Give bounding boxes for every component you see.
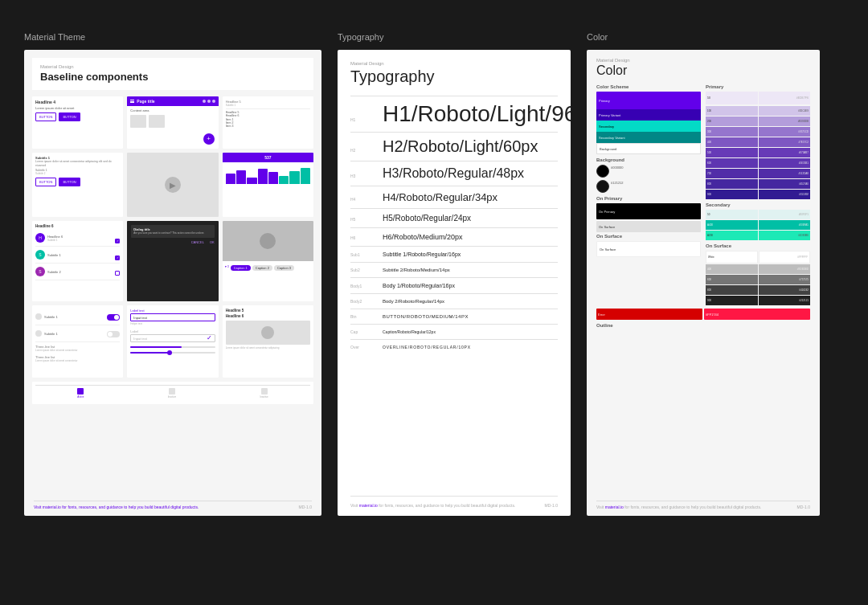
background-section-title: Background	[596, 157, 701, 162]
bottom-nav-section: Active Inactive Inactive	[32, 382, 313, 404]
typo-text-h3: H3/Roboto/Regular/48px	[383, 166, 524, 181]
typo-label-over: Over	[350, 345, 375, 350]
primary-title: Primary	[706, 84, 810, 89]
typo-text-h1: H1/Roboto/Light/96px	[383, 101, 571, 127]
typo-main-title: Typography	[350, 67, 558, 86]
mini-card-switches: Subtitle 1 Subtitle 1 Three-line list Lo…	[32, 305, 123, 378]
typo-footer-link[interactable]: Visit material.io for fonts, resources, …	[350, 503, 515, 508]
typo-footer: Visit material.io for fonts, resources, …	[350, 496, 558, 508]
typo-label-sub2: Sub2	[350, 268, 375, 272]
secondary-title: Secondary	[706, 202, 810, 207]
color-label: Color	[587, 32, 820, 42]
color-brand: Material Design	[596, 58, 810, 63]
typo-label-h2: H2	[350, 148, 375, 153]
typo-row-body2: Body2 Body 2/Roboto/Regular/14px	[350, 299, 558, 304]
typo-row-body1: Body1 Body 1/Roboto/Regular/16px	[350, 283, 558, 288]
typo-text-sub1: Subtitle 1/Roboto/Regular/16px	[383, 251, 461, 257]
mini-card-input: Label text Input text Helper text Label …	[127, 305, 218, 378]
outline-section: Outline	[596, 323, 810, 328]
typo-row-over: Over OVERLINE/Roboto/Regular/10px	[350, 345, 558, 350]
mini-card-image: ▶	[127, 153, 218, 217]
on-surface-label: On Surface	[596, 234, 701, 239]
typo-label-body2: Body2	[350, 299, 375, 304]
outline-title: Outline	[596, 323, 810, 328]
mini-card-2: Page title Content area	[127, 96, 218, 149]
typo-footer-version: MD-1.0	[545, 503, 558, 508]
mini-card-3: Headline 5 Subtitle 1 Headline 5 Headlin…	[223, 96, 313, 149]
typo-label-btn: Btn	[350, 314, 375, 319]
typo-text-sub2: Subtitle 2/Roboto/Medium/14px	[383, 268, 450, 272]
color-footer-link[interactable]: Visit material.io for fonts, resources, …	[596, 505, 761, 509]
color-footer: Visit material.io for fonts, resources, …	[596, 501, 810, 509]
typo-row-caption: Cap Caption/Roboto/Regular/12px	[350, 329, 558, 334]
typo-row-sub2: Sub2 Subtitle 2/Roboto/Medium/14px	[350, 268, 558, 272]
typo-text-body2: Body 2/Roboto/Regular/14px	[383, 299, 444, 304]
material-footer-link[interactable]: Visit material.io for fonts, resources, …	[34, 505, 199, 509]
typo-brand: Material Design	[350, 61, 558, 66]
typography-panel: Typography Material Design Typography H1…	[338, 32, 571, 516]
material-footer: Visit material.io for fonts, resources, …	[34, 501, 312, 509]
mini-card-1: Headline 4 Lorem ipsum dolor sit amet BU…	[32, 96, 123, 149]
material-header: Material Design Baseline components	[32, 58, 313, 90]
color-panel: Color Material Design Color Color Scheme…	[587, 32, 820, 516]
typo-text-h2: H2/Roboto/Light/60px	[383, 137, 538, 156]
material-footer-version: MD-1.0	[299, 505, 312, 509]
color-scheme-section: Color Scheme Primary Primary Variant Sec…	[596, 84, 701, 305]
material-brand: Material Design	[40, 64, 305, 69]
mini-card-list: Headline 6 H Headline 6 Subtitle 1 S	[32, 221, 123, 301]
typo-label-sub1: Sub1	[350, 252, 375, 257]
mini-card-image2: ♥ 3 Caption 1 Caption 2 Caption 3	[223, 221, 313, 301]
mini-card-content: Subtitle 1 Lorem ipsum dolor sit amet co…	[32, 153, 123, 217]
color-main-title: Color	[596, 63, 810, 78]
on-surface-title2: On Surface	[706, 243, 810, 248]
material-theme-label: Material Theme	[24, 32, 321, 42]
typo-label-h3: H3	[350, 174, 375, 178]
typo-label-caption: Cap	[350, 329, 375, 334]
components-grid-top: Headline 4 Lorem ipsum dolor sit amet BU…	[32, 96, 313, 149]
typo-row-h4: H4 H4/Roboto/Regular/34px	[350, 191, 558, 203]
typo-row-h3: H3 H3/Roboto/Regular/48px	[350, 166, 558, 181]
typo-text-btn: BUTTON/Roboto/Medium/14px	[383, 314, 469, 319]
material-theme-panel: Material Theme Material Design Baseline …	[24, 32, 321, 516]
typography-card: Material Design Typography H1 H1/Roboto/…	[338, 50, 571, 516]
typo-text-caption: Caption/Roboto/Regular/12px	[383, 329, 436, 334]
material-title: Baseline components	[40, 71, 148, 83]
typo-row-sub1: Sub1 Subtitle 1/Roboto/Regular/16px	[350, 251, 558, 257]
typography-label: Typography	[338, 32, 571, 42]
color-card: Material Design Color Color Scheme Prima…	[587, 50, 820, 516]
on-primary-label: On Primary	[596, 196, 701, 201]
typo-label-h5: H5	[350, 217, 375, 222]
typo-text-h6: H6/Roboto/Medium/20px	[383, 233, 463, 241]
typo-row-h6: H6 H6/Roboto/Medium/20px	[350, 233, 558, 241]
material-theme-card: Material Design Baseline components Head…	[24, 50, 321, 516]
mini-card-headline: Headline 5 Headline 6 Lorem ipsum dolor …	[223, 305, 313, 378]
typo-label-h6: H6	[350, 235, 375, 240]
color-footer-version: MD-1.0	[797, 505, 810, 509]
primary-section: Primary 50 #EDE7F6 100 #D1C4E9	[706, 84, 810, 305]
main-container: Material Theme Material Design Baseline …	[0, 0, 868, 605]
typo-text-h5: H5/Roboto/Regular/24px	[383, 214, 471, 223]
typo-text-over: OVERLINE/Roboto/Regular/10px	[383, 345, 471, 350]
typo-label-h1: H1	[350, 117, 375, 122]
mini-card-dialog: Dialog title Are you sure you want to co…	[127, 221, 218, 301]
typo-label-h4: H4	[350, 197, 375, 202]
typo-row-h5: H5 H5/Roboto/Regular/24px	[350, 214, 558, 223]
typo-row-btn: Btn BUTTON/Roboto/Medium/14px	[350, 314, 558, 319]
color-top-sections: Color Scheme Primary Primary Variant Sec…	[596, 84, 810, 305]
typo-label-body1: Body1	[350, 284, 375, 288]
error-section: Error #FF1744	[596, 309, 810, 320]
color-scheme-title: Color Scheme	[596, 84, 701, 89]
mini-card-progress: 537	[223, 153, 313, 217]
typo-text-h4: H4/Roboto/Regular/34px	[383, 191, 497, 203]
typo-text-body1: Body 1/Roboto/Regular/16px	[383, 283, 455, 288]
typo-row-h2: H2 H2/Roboto/Light/60px	[350, 137, 558, 156]
typo-row-h1: H1 H1/Roboto/Light/96px	[350, 101, 558, 127]
